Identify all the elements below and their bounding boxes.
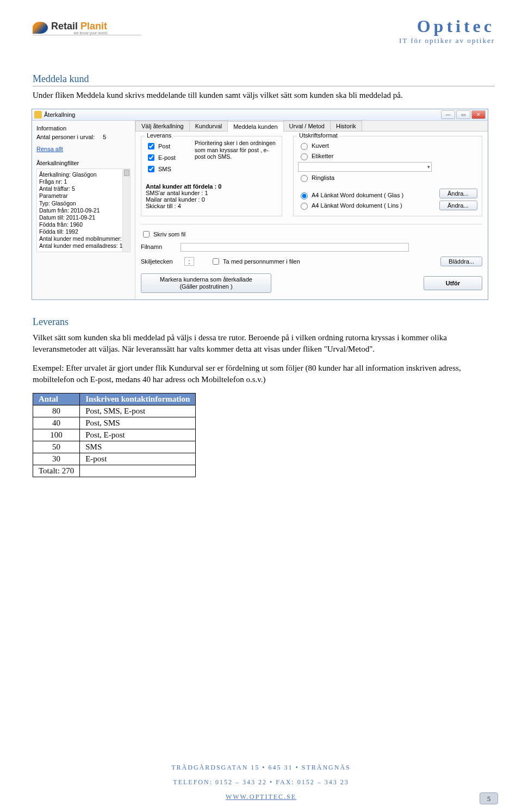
table-cell: Post, SMS, E-post	[80, 405, 196, 417]
filter-line: Födda från: 1960	[39, 221, 128, 228]
tab-kundurval[interactable]: Kundurval	[189, 121, 228, 131]
screenshot-window: Återkallning — ▭ ✕ Information Antal per…	[32, 109, 488, 300]
close-button[interactable]: ✕	[471, 110, 486, 119]
checkbox-epost[interactable]: E-post	[146, 153, 189, 163]
count-label: Antal personer i urval:	[36, 134, 95, 140]
filnamn-label: Filnamn	[141, 243, 179, 250]
filter-line: Antal kunder med mobilnummer: 1	[39, 235, 128, 242]
radio-etiketter[interactable]: Etiketter	[298, 152, 432, 160]
tab-valj-aterkallning[interactable]: Välj återkallning	[135, 121, 190, 131]
priority-note: Prioritering sker i den ordningen som ma…	[195, 140, 277, 176]
skilje-label: Skiljetecken	[141, 258, 179, 265]
table-cell: 30	[33, 453, 80, 465]
filter-line: Datum från: 2010-09-21	[39, 207, 128, 214]
tab-strip: Välj återkallning Kundurval Meddela kund…	[135, 121, 488, 132]
checkbox-sms[interactable]: SMS	[146, 164, 189, 174]
filter-line: Antal träffar: 5	[39, 185, 128, 192]
checkbox-personnummer-label: Ta med personnummer i filen	[223, 258, 300, 265]
table-cell: 40	[33, 417, 80, 429]
footer-url[interactable]: WWW.OPTITEC.SE	[226, 793, 296, 801]
radio-etiketter-label: Etiketter	[312, 153, 333, 159]
checkbox-post[interactable]: Post	[146, 141, 189, 151]
etiketter-combo[interactable]	[298, 162, 432, 172]
filter-line: Återkallning: Glasögon	[39, 171, 128, 178]
panel-divider	[141, 224, 482, 224]
tab-urval-metod[interactable]: Urval / Metod	[283, 121, 331, 131]
table-cell-total: Totalt: 270	[33, 465, 80, 477]
heading-leverans: Leverans	[33, 316, 495, 329]
count-value: 5	[103, 134, 106, 140]
para-leverans-1: Vilket sätt som kunden ska bli meddelad …	[33, 332, 495, 355]
footer-phone: TELEFON: 0152 – 343 22 • FAX: 0152 – 343…	[0, 778, 522, 786]
window-titlebar[interactable]: Återkallning — ▭ ✕	[32, 109, 488, 121]
logo-tagline: we know your world	[51, 31, 107, 35]
page-number: 5	[480, 792, 498, 804]
fordela-line: Mailar antal kunder : 0	[146, 196, 277, 203]
heading-meddela-kund: Meddela kund	[33, 73, 495, 86]
logo-word-2: Planit	[80, 21, 107, 32]
radio-ringlista-label: Ringlista	[312, 174, 334, 181]
window-title: Återkallning	[44, 111, 75, 118]
checkbox-personnummer[interactable]: Ta med personnummer i filen	[210, 257, 300, 266]
sidebar-panel: Information Antal personer i urval: 5 Re…	[32, 121, 135, 299]
radio-a4-lins[interactable]: A4 Länkat Word dokument ( Lins )	[298, 201, 432, 210]
leverans-legend: Leverans	[145, 132, 173, 139]
andra-button-lins[interactable]: Ändra...	[439, 201, 477, 210]
fordela-title: Antal kunder att fördela : 0	[146, 183, 277, 190]
footer-address: TRÄDGÅRDSGATAN 15 • 645 31 • STRÄNGNÄS	[0, 764, 522, 772]
radio-a4-glas[interactable]: A4 Länkat Word dokument ( Glas )	[298, 191, 432, 199]
radio-a4-lins-label: A4 Länkat Word dokument ( Lins )	[312, 202, 402, 209]
table-cell: 100	[33, 429, 80, 441]
brand-subtitle: IT för optiker av optiker	[399, 36, 495, 45]
table-cell: E-post	[80, 453, 196, 465]
filter-line: Födda till: 1992	[39, 228, 128, 235]
andra-button-glas[interactable]: Ändra...	[439, 189, 477, 198]
checkbox-skriv-som-fil[interactable]: Skriv som fil	[141, 229, 185, 239]
clear-all-link[interactable]: Rensa allt	[36, 146, 63, 152]
fordela-line: SMS'ar antal kunder : 1	[146, 190, 277, 196]
minimize-button[interactable]: —	[441, 110, 455, 119]
filter-group-label: Återkallningfilter	[36, 160, 130, 166]
window-icon	[34, 111, 42, 118]
logo-swirl-icon	[33, 22, 48, 34]
radio-kuvert-label: Kuvert	[312, 142, 329, 149]
skilje-input[interactable]: ;	[184, 257, 194, 266]
page-footer: TRÄDGÅRDSGATAN 15 • 645 31 • STRÄNGNÄS T…	[0, 764, 522, 801]
checkbox-epost-label: E-post	[158, 154, 176, 161]
table-cell: 50	[33, 441, 80, 453]
markera-line-2: (Gäller postrutinen )	[147, 283, 265, 290]
th-info: Inskriven kontaktinformation	[80, 393, 196, 405]
checkbox-sms-label: SMS	[158, 166, 171, 172]
filnamn-input[interactable]	[181, 243, 409, 252]
checkbox-skriv-label: Skriv som fil	[153, 231, 185, 238]
logo: Retail Planit we know your world	[33, 16, 141, 57]
page-header: Retail Planit we know your world Optitec…	[33, 16, 495, 57]
fordela-line: Skickar till : 4	[146, 203, 277, 209]
bladdra-button[interactable]: Bläddra...	[440, 257, 482, 266]
radio-ringlista[interactable]: Ringlista	[298, 173, 432, 182]
brand-block: Optitec IT för optiker av optiker	[399, 16, 495, 45]
radio-a4-glas-label: A4 Länkat Word dokument ( Glas )	[312, 192, 403, 198]
logo-word-1: Retail	[51, 21, 78, 32]
para-leverans-2: Exempel: Efter urvalet är gjort under fl…	[33, 363, 495, 385]
para-meddela-kund: Under fliken Meddela kund skrivs meddela…	[33, 90, 495, 101]
radio-kuvert[interactable]: Kuvert	[298, 141, 432, 150]
table-cell: Post, SMS	[80, 417, 196, 429]
maximize-button[interactable]: ▭	[456, 110, 470, 119]
tab-meddela-kunden[interactable]: Meddela kunden	[227, 121, 283, 132]
table-cell	[80, 465, 196, 477]
scrollbar[interactable]	[122, 169, 130, 252]
table-cell: Post, E-post	[80, 429, 196, 441]
filter-line: Typ: Glasögon	[39, 200, 128, 207]
utskrift-legend: Utskriftsformat	[297, 132, 340, 139]
checkbox-post-label: Post	[158, 143, 170, 149]
table-cell: SMS	[80, 441, 196, 453]
contact-table: Antal Inskriven kontaktinformation 80Pos…	[33, 393, 196, 477]
header-divider	[33, 35, 141, 35]
filter-listbox[interactable]: Återkallning: Glasögon Fråga nr: 1 Antal…	[36, 168, 130, 252]
markera-aterkallade-button[interactable]: Markera kunderna som återkallade (Gäller…	[141, 273, 271, 293]
tab-historik[interactable]: Historik	[330, 121, 362, 131]
utfor-button[interactable]: Utför	[424, 276, 482, 290]
table-cell: 80	[33, 405, 80, 417]
filter-line: Antal kunder med emailadress: 1	[39, 242, 128, 249]
